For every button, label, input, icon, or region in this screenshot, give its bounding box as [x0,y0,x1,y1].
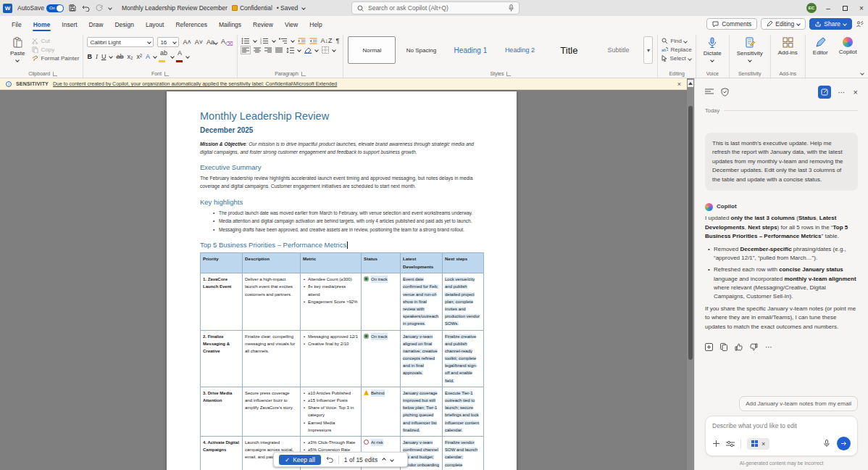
tab-layout[interactable]: Layout [140,18,170,33]
thumbs-down-icon[interactable] [750,343,758,351]
tab-design[interactable]: Design [109,18,139,33]
underline-button[interactable]: U [101,53,107,60]
font-color-button[interactable]: A [178,49,183,64]
tune-options-icon[interactable] [726,440,735,448]
increase-indent-icon[interactable] [309,38,317,44]
save-icon[interactable] [69,4,76,12]
borders-icon[interactable] [322,46,329,54]
search-box[interactable]: Search or ask Copilot (Alt+Q) [351,1,519,15]
shield-check-icon[interactable] [721,88,729,96]
show-hide-marks-icon[interactable]: ¶ [336,37,340,44]
dictate-button[interactable]: Dictate [700,35,725,64]
new-chat-button[interactable] [818,86,831,99]
style-subtitle[interactable]: Subtitle [594,36,642,64]
close-button[interactable]: × [856,4,867,12]
thumbs-up-icon[interactable] [735,343,743,351]
align-center-icon[interactable] [254,47,261,53]
style-heading1[interactable]: Heading 1 [446,36,494,64]
change-case-icon[interactable]: Aa [206,38,217,46]
align-right-icon[interactable] [264,47,272,53]
minimize-button[interactable]: – [823,4,833,12]
tab-draw[interactable]: Draw [83,18,109,33]
keep-all-button[interactable]: ✓ Keep all [279,455,321,465]
panel-close-icon[interactable]: × [854,88,858,96]
maximize-button[interactable] [840,4,850,12]
shading-icon[interactable] [304,47,312,54]
chat-history-icon[interactable] [705,88,714,96]
text-effects-icon[interactable]: A [146,53,150,60]
font-name-select[interactable]: Calibri Light [87,37,154,47]
tab-review[interactable]: Review [247,18,279,33]
multilevel-list-icon[interactable] [279,38,288,44]
shrink-font-icon[interactable]: A˅ [195,38,203,46]
save-status[interactable]: • Saved [277,4,298,12]
subscript-button[interactable]: x₂ [127,53,133,60]
sensitivity-button[interactable]: Sensitivity [733,35,767,64]
underline-chevron-icon[interactable] [109,54,114,59]
font-dialog-launcher[interactable] [164,72,169,76]
send-button[interactable] [837,437,851,450]
remove-context-icon[interactable]: × [761,440,765,448]
scrollbar-thumb[interactable] [688,106,693,360]
justify-icon[interactable] [275,47,283,53]
autosave-toggle[interactable]: AutoSave On [17,4,64,12]
bold-button[interactable]: B [87,53,92,60]
decrease-indent-icon[interactable] [298,38,306,44]
bullet-list-icon[interactable] [241,38,250,44]
banner-close-icon[interactable]: × [677,81,681,88]
styles-dialog-launcher[interactable] [506,72,511,76]
select-button[interactable]: Select [662,55,691,62]
tab-home[interactable]: Home [28,18,57,33]
copilot-button[interactable]: Copilot [835,35,861,57]
response-more-icon[interactable]: ⋯ [765,342,773,353]
copy-response-icon[interactable] [720,343,727,351]
undo-icon[interactable] [82,5,90,12]
banner-message-link[interactable]: Due to content created by Copilot, your … [53,81,337,86]
sort-icon[interactable]: A↓Z [321,37,333,44]
find-button[interactable]: Find [662,38,691,44]
editor-button[interactable]: Editor [809,35,832,58]
grow-font-icon[interactable]: A˄ [183,38,191,46]
highlight-color-button[interactable]: ab [160,49,167,64]
panel-more-icon[interactable]: ⋯ [838,88,846,96]
superscript-button[interactable]: x² [136,53,142,60]
replace-button[interactable]: abReplace [662,46,691,53]
tab-help[interactable]: Help [304,18,327,33]
comments-button[interactable]: Comments [706,18,757,30]
vertical-scrollbar[interactable] [687,78,694,470]
paragraph-dialog-launcher[interactable] [301,72,306,76]
style-normal[interactable]: Normal [348,36,396,64]
style-no-spacing[interactable]: No Spacing [397,36,445,64]
share-button[interactable]: Share [809,18,852,30]
align-left-icon[interactable] [241,46,250,54]
user-avatar[interactable]: EC [806,3,817,13]
undo-edit-icon[interactable] [326,456,333,463]
next-edit-icon[interactable] [390,458,394,462]
redo-icon[interactable] [96,4,103,12]
catch-up-icon[interactable] [856,20,864,28]
input-mic-icon[interactable] [824,440,830,448]
format-painter-button[interactable]: Format Painter [32,55,79,62]
previous-edit-icon[interactable] [382,458,386,462]
numbered-list-icon[interactable]: 123 [260,38,269,44]
search-mic-icon[interactable] [509,4,514,12]
document-canvas[interactable]: Monthly Leadership Review December 2025 … [0,90,687,470]
scroll-up-icon[interactable] [688,80,693,87]
tab-insert[interactable]: Insert [56,18,83,33]
copilot-input-card[interactable]: Describe what you'd like to edit × [705,416,858,456]
style-heading2[interactable]: Heading 2 [496,36,543,64]
priorities-table[interactable]: Priority Description Metric Status Lates… [200,252,484,470]
tab-mailings[interactable]: Mailings [213,18,247,33]
copy-button[interactable]: Copy [32,46,79,53]
italic-button[interactable]: I [96,53,98,60]
line-spacing-icon[interactable] [286,47,294,54]
paste-button[interactable]: Paste [7,35,28,64]
document-page[interactable]: Monthly Leadership Review December 2025 … [167,91,517,470]
document-title[interactable]: Monthly Leadership Review December [122,4,228,12]
font-size-select[interactable]: 16 [157,37,179,47]
style-title[interactable]: Title [545,36,593,64]
table-context-chip[interactable]: × [747,438,769,450]
insert-content-icon[interactable] [705,343,713,351]
editing-mode-button[interactable]: Editing [761,18,806,30]
tab-view[interactable]: View [279,18,304,33]
